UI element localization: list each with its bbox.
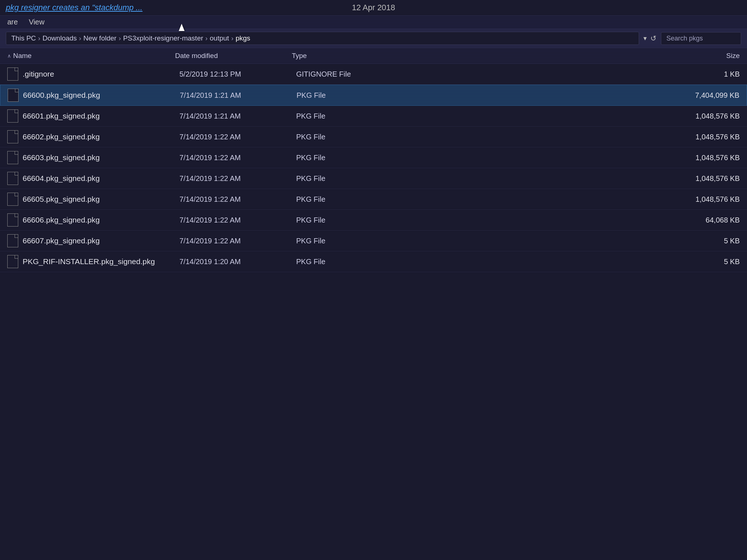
file-name: 66601.pkg_signed.pkg <box>23 112 179 120</box>
file-icon <box>7 109 18 123</box>
file-date: 7/14/2019 1:22 AM <box>179 174 296 183</box>
breadcrumb-output[interactable]: output <box>210 34 229 42</box>
col-header-type[interactable]: Type <box>292 52 394 60</box>
col-header-name[interactable]: ∧ Name <box>7 52 175 60</box>
file-icon <box>7 172 18 185</box>
file-date: 7/14/2019 1:22 AM <box>179 237 296 245</box>
file-type: PKG File <box>297 91 399 100</box>
address-bar: This PC › Downloads › New folder › PS3xp… <box>0 29 747 48</box>
file-rows-container: .gitignore 5/2/2019 12:13 PM GITIGNORE F… <box>0 64 747 272</box>
file-type: PKG File <box>296 133 398 141</box>
breadcrumb-downloads[interactable]: Downloads <box>43 34 77 42</box>
table-row[interactable]: 66600.pkg_signed.pkg 7/14/2019 1:21 AM P… <box>0 85 747 106</box>
table-row[interactable]: .gitignore 5/2/2019 12:13 PM GITIGNORE F… <box>0 64 747 85</box>
col-header-date[interactable]: Date modified <box>175 52 292 60</box>
file-size: 1,048,576 KB <box>398 174 740 183</box>
file-type: PKG File <box>296 154 398 162</box>
address-refresh-icon[interactable]: ↺ <box>650 34 657 43</box>
file-date: 7/14/2019 1:22 AM <box>179 154 296 162</box>
file-size: 1 KB <box>398 70 740 78</box>
file-name: 66602.pkg_signed.pkg <box>23 132 179 141</box>
table-row[interactable]: PKG_RIF-INSTALLER.pkg_signed.pkg 7/14/20… <box>0 251 747 272</box>
file-size: 64,068 KB <box>398 216 740 224</box>
file-type: GITIGNORE File <box>296 70 398 78</box>
explorer-content: ∧ Name Date modified Type Size .gitignor… <box>0 48 747 555</box>
file-icon <box>7 213 18 227</box>
file-date: 7/14/2019 1:22 AM <box>179 195 296 204</box>
col-header-size[interactable]: Size <box>394 52 740 60</box>
file-size: 5 KB <box>398 237 740 245</box>
table-row[interactable]: 66603.pkg_signed.pkg 7/14/2019 1:22 AM P… <box>0 147 747 168</box>
file-name: PKG_RIF-INSTALLER.pkg_signed.pkg <box>23 257 179 266</box>
file-name: .gitignore <box>23 70 179 78</box>
column-headers: ∧ Name Date modified Type Size <box>0 48 747 64</box>
file-icon <box>7 193 18 206</box>
file-type: PKG File <box>296 216 398 224</box>
search-box[interactable]: Search pkgs <box>661 32 741 45</box>
file-icon <box>7 234 18 247</box>
file-icon <box>7 67 18 81</box>
title-bar-link[interactable]: pkg resigner creates an "stackdump ... <box>6 3 143 12</box>
file-name: 66606.pkg_signed.pkg <box>23 216 179 224</box>
file-date: 7/14/2019 1:21 AM <box>179 112 296 120</box>
breadcrumb[interactable]: This PC › Downloads › New folder › PS3xp… <box>6 32 639 45</box>
file-size: 5 KB <box>398 258 740 266</box>
file-list: ∧ Name Date modified Type Size .gitignor… <box>0 48 747 555</box>
title-bar-date: 12 Apr 2018 <box>352 3 395 12</box>
search-label: Search pkgs <box>666 35 703 42</box>
file-type: PKG File <box>296 195 398 204</box>
file-type: PKG File <box>296 237 398 245</box>
file-date: 7/14/2019 1:20 AM <box>179 258 296 266</box>
file-date: 7/14/2019 1:22 AM <box>179 133 296 141</box>
table-row[interactable]: 66604.pkg_signed.pkg 7/14/2019 1:22 AM P… <box>0 168 747 189</box>
address-controls: ▾ ↺ <box>643 34 657 43</box>
title-bar: pkg resigner creates an "stackdump ... 1… <box>0 0 747 16</box>
file-size: 1,048,576 KB <box>398 195 740 204</box>
breadcrumb-pkgs[interactable]: pkgs <box>236 34 250 42</box>
table-row[interactable]: 66605.pkg_signed.pkg 7/14/2019 1:22 AM P… <box>0 189 747 210</box>
breadcrumb-new-folder[interactable]: New folder <box>84 34 117 42</box>
file-size: 1,048,576 KB <box>398 112 740 120</box>
menu-item-view[interactable]: View <box>29 18 44 26</box>
breadcrumb-this-pc[interactable]: This PC <box>11 34 36 42</box>
file-size: 1,048,576 KB <box>398 133 740 141</box>
file-name: 66607.pkg_signed.pkg <box>23 236 179 245</box>
menu-bar: are View <box>0 16 747 29</box>
file-icon <box>7 151 18 164</box>
file-date: 5/2/2019 12:13 PM <box>179 70 296 78</box>
file-date: 7/14/2019 1:22 AM <box>179 216 296 224</box>
file-size: 7,404,099 KB <box>399 91 739 100</box>
file-icon <box>7 255 18 268</box>
breadcrumb-ps3xploit[interactable]: PS3xploit-resigner-master <box>123 34 203 42</box>
file-name: 66604.pkg_signed.pkg <box>23 174 179 183</box>
file-name: 66600.pkg_signed.pkg <box>23 91 180 100</box>
file-date: 7/14/2019 1:21 AM <box>180 91 297 100</box>
file-icon <box>8 89 19 102</box>
table-row[interactable]: 66601.pkg_signed.pkg 7/14/2019 1:21 AM P… <box>0 106 747 127</box>
table-row[interactable]: 66607.pkg_signed.pkg 7/14/2019 1:22 AM P… <box>0 231 747 251</box>
file-name: 66605.pkg_signed.pkg <box>23 195 179 204</box>
table-row[interactable]: 66602.pkg_signed.pkg 7/14/2019 1:22 AM P… <box>0 127 747 147</box>
address-dropdown-icon[interactable]: ▾ <box>643 34 647 42</box>
table-row[interactable]: 66606.pkg_signed.pkg 7/14/2019 1:22 AM P… <box>0 210 747 231</box>
file-size: 1,048,576 KB <box>398 154 740 162</box>
menu-item-are[interactable]: are <box>7 18 18 26</box>
file-icon <box>7 130 18 143</box>
file-type: PKG File <box>296 258 398 266</box>
file-name: 66603.pkg_signed.pkg <box>23 153 179 162</box>
file-type: PKG File <box>296 174 398 183</box>
file-type: PKG File <box>296 112 398 120</box>
mouse-cursor <box>179 24 185 31</box>
